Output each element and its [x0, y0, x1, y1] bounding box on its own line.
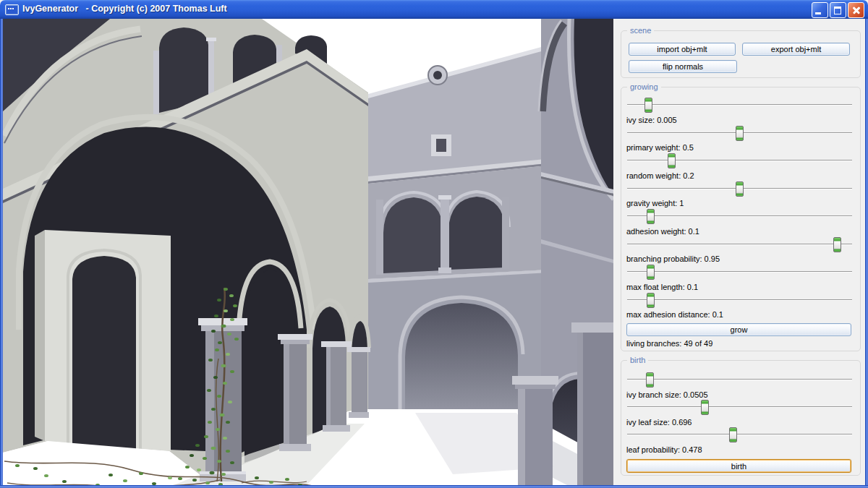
window-border-right	[865, 19, 868, 488]
ivy-size-slider[interactable]	[627, 98, 852, 113]
slider-track[interactable]	[627, 104, 852, 106]
max-adhesion-distance-slider[interactable]	[627, 293, 852, 308]
ivy-branch-size-label: ivy branch size: 0.0505	[626, 390, 708, 400]
slider-thumb[interactable]	[647, 209, 655, 224]
left-arcade	[3, 19, 370, 480]
minimize-icon	[815, 12, 821, 14]
maximize-button[interactable]	[830, 2, 846, 18]
app-icon	[5, 4, 19, 15]
slider-track[interactable]	[627, 244, 852, 245]
slider-track[interactable]	[627, 406, 852, 408]
max-float-length-label: max float length: 0.1	[626, 283, 698, 292]
slider-thumb[interactable]	[736, 126, 744, 141]
scene-group: scene import obj+mlt export obj+mlt flip…	[621, 30, 861, 78]
branching-probability-label: branching probability: 0.95	[626, 254, 720, 264]
gravity-weight-slider[interactable]	[627, 181, 852, 197]
slider-thumb[interactable]	[701, 400, 709, 415]
slider-thumb[interactable]	[736, 181, 744, 197]
control-panel: scene import obj+mlt export obj+mlt flip…	[613, 19, 865, 485]
scene-group-label: scene	[627, 26, 654, 35]
ivy-size-label: ivy size: 0.005	[626, 116, 677, 125]
ivy-leaf-size-label: ivy leaf size: 0.696	[626, 418, 692, 427]
slider-track[interactable]	[627, 299, 852, 301]
portico-interior	[35, 230, 171, 453]
maximize-icon	[834, 7, 841, 14]
slider-track[interactable]	[627, 271, 852, 273]
growing-group-label: growing	[627, 82, 661, 91]
import-obj-button[interactable]: import obj+mlt	[629, 43, 736, 56]
export-obj-button[interactable]: export obj+mlt	[742, 43, 850, 56]
slider-track[interactable]	[627, 215, 852, 217]
birth-button[interactable]: birth	[626, 459, 851, 473]
max-float-length-slider[interactable]	[627, 265, 852, 280]
flip-normals-button[interactable]: flip normals	[629, 60, 737, 73]
slider-thumb[interactable]	[647, 265, 655, 280]
living-branches-status: living branches: 49 of 49	[626, 339, 712, 348]
slider-track[interactable]	[627, 379, 852, 380]
leaf-probability-label: leaf probability: 0.478	[626, 445, 702, 455]
ivy-leaf-size-slider[interactable]	[627, 400, 852, 415]
app-window: IvyGenerator - Copyright (c) 2007 Thomas…	[0, 0, 868, 488]
primary-weight-label: primary weight: 0.5	[626, 143, 694, 153]
window-border-bottom	[0, 485, 868, 488]
slider-thumb[interactable]	[833, 237, 841, 252]
window-controls	[812, 2, 864, 18]
slider-thumb[interactable]	[647, 293, 655, 308]
primary-weight-slider[interactable]	[627, 126, 852, 141]
leaf-probability-slider[interactable]	[627, 427, 852, 442]
slider-thumb[interactable]	[729, 427, 737, 442]
minimize-button[interactable]	[812, 2, 828, 18]
branching-probability-slider[interactable]	[627, 237, 852, 252]
slider-track[interactable]	[627, 434, 852, 435]
slider-track[interactable]	[627, 160, 852, 161]
slider-thumb[interactable]	[644, 98, 652, 113]
viewport-3d[interactable]	[3, 19, 613, 485]
slider-thumb[interactable]	[646, 372, 654, 388]
courtyard-render	[3, 19, 613, 485]
max-adhesion-distance-label: max adhesion distance: 0.1	[626, 310, 723, 320]
window-title: IvyGenerator - Copyright (c) 2007 Thomas…	[22, 4, 227, 14]
random-weight-slider[interactable]	[627, 153, 852, 168]
doorway	[72, 256, 136, 453]
birth-group-label: birth	[627, 356, 648, 364]
adhesion-weight-label: adhesion weight: 0.1	[626, 227, 699, 236]
gravity-weight-label: gravity weight: 1	[626, 199, 684, 208]
slider-thumb[interactable]	[668, 153, 676, 168]
adhesion-weight-slider[interactable]	[627, 209, 852, 224]
titlebar[interactable]: IvyGenerator - Copyright (c) 2007 Thomas…	[0, 0, 868, 19]
ivy-branch-size-slider[interactable]	[627, 372, 852, 388]
close-button[interactable]	[848, 2, 864, 18]
square-window	[431, 134, 451, 156]
grow-button[interactable]: grow	[626, 323, 851, 336]
random-weight-label: random weight: 0.2	[626, 171, 694, 181]
